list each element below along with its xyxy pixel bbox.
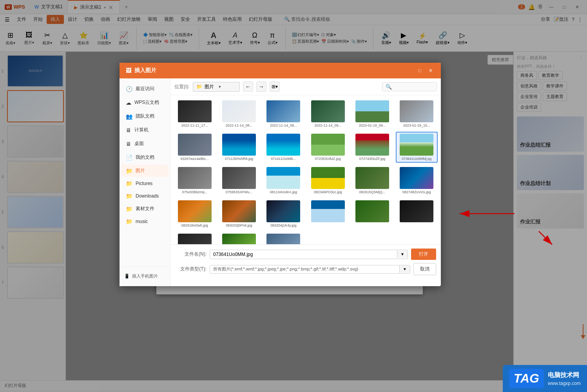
- team-icon: 👥: [126, 113, 132, 120]
- dialog-bottom: 文件名(N): ▼ 打开 文件类型(T): ▼ 取消: [170, 244, 441, 279]
- dialog-nav: 🕐 最近访问 ☁ WPS云文档 👥 团队文档 🖥 计算机 🖥 桌面: [120, 78, 170, 286]
- file-item[interactable]: 071135Hv5R8.jpg: [218, 132, 260, 163]
- file-item[interactable]: 072353UIkIZ.jpg: [307, 132, 349, 163]
- dialog-overlay: 🖼 插入图片 □ ✕ 🕐 最近访问 ☁ WPS云文档 �: [0, 0, 587, 392]
- cancel-button[interactable]: 取消: [413, 263, 436, 275]
- file-item[interactable]: 081134Vu9rA.jpg: [263, 165, 304, 196]
- insert-image-dialog: 🖼 插入图片 □ ✕ 🕐 最近访问 ☁ WPS云文档 �: [120, 63, 441, 286]
- filename-input[interactable]: [210, 250, 397, 259]
- file-item[interactable]: 082615QSMjQ...: [351, 165, 393, 196]
- file-item[interactable]: 63267ea14a9bc...: [174, 132, 216, 163]
- file-item[interactable]: [396, 198, 438, 229]
- nav-team-doc[interactable]: 👥 团队文档: [121, 110, 168, 123]
- nav-folder-pictures[interactable]: 📁 Pictures: [121, 178, 168, 189]
- dialog-titlebar: 🖼 插入图片 □ ✕: [120, 63, 441, 78]
- file-item[interactable]: [174, 232, 216, 244]
- file-item[interactable]: 2022-11-14_08...: [218, 98, 260, 129]
- filename-dropdown[interactable]: ▼: [397, 250, 408, 258]
- location-box[interactable]: 📁 图片 ▼: [193, 82, 240, 92]
- file-item[interactable]: 2023-01-19_15...: [396, 98, 438, 129]
- docs-icon: 📄: [126, 154, 132, 161]
- filename-label: 文件名(N):: [175, 251, 207, 258]
- phone-icon: 📱: [124, 274, 130, 279]
- search-box[interactable]: 🔍: [382, 82, 437, 91]
- folder-material-icon: 📁: [126, 206, 132, 212]
- dialog-right-content: 位置(I): 📁 图片 ▼ ← → ⊞▾ 🔍: [170, 78, 441, 286]
- file-item[interactable]: 082748ZuVcG.jpg: [396, 165, 438, 196]
- nav-desktop[interactable]: 🖥 桌面: [121, 137, 168, 150]
- file-item[interactable]: 083204j1K4y.jpg: [263, 198, 304, 229]
- file-item[interactable]: 082346PO3cc.jpg: [307, 165, 349, 196]
- nav-folder-pictures-active[interactable]: 📁 图片: [121, 165, 168, 177]
- folder-pictures-icon: 📁: [126, 180, 132, 187]
- nav-forward-btn[interactable]: →: [256, 82, 266, 92]
- nav-phone-insert[interactable]: 📱 插入手机图片: [120, 270, 170, 282]
- location-folder-icon: 📁: [196, 84, 202, 89]
- computer-icon: 🖥: [126, 127, 131, 133]
- nav-back-btn[interactable]: ←: [243, 82, 253, 92]
- file-item[interactable]: 2022-11-14_08...: [263, 98, 304, 129]
- file-item[interactable]: [351, 198, 393, 229]
- nav-my-docs[interactable]: 📄 我的文档: [121, 151, 168, 164]
- filetype-input[interactable]: [210, 265, 399, 273]
- folder-downloads-icon: 📁: [126, 193, 132, 199]
- svg-line-5: [539, 231, 552, 245]
- file-item[interactable]: 082918i43wh.jpg: [174, 198, 216, 229]
- tag-watermark: TAG 电脑技术网 www.tagxp.com: [503, 365, 587, 392]
- file-item[interactable]: 083033j5Pn6.jpg: [218, 198, 260, 229]
- location-label: 位置(I):: [174, 83, 190, 90]
- filetype-label: 文件类型(T):: [175, 266, 207, 272]
- nav-folder-downloads[interactable]: 📁 Downloads: [121, 190, 168, 202]
- file-item[interactable]: 075433bbzmq...: [174, 165, 216, 196]
- file-item[interactable]: [263, 232, 304, 244]
- file-item[interactable]: [218, 232, 260, 244]
- file-item[interactable]: 2022-11-14_09...: [307, 98, 349, 129]
- image-icon: 🖼: [126, 67, 131, 74]
- nav-folder-material[interactable]: 📁 素材文件: [121, 203, 168, 215]
- nav-computer[interactable]: 🖥 计算机: [121, 123, 168, 136]
- folder-music-icon: 📁: [126, 218, 132, 225]
- file-item[interactable]: 072743l3oZF.jpg: [351, 132, 393, 163]
- file-item[interactable]: 071411OztMb...: [263, 132, 304, 163]
- open-button[interactable]: 打开: [411, 249, 436, 260]
- file-item[interactable]: 2023-01-19_09...: [351, 98, 393, 129]
- file-item[interactable]: 075953SXFWu...: [218, 165, 260, 196]
- location-arrow-icon: ▼: [218, 85, 222, 89]
- file-item-selected[interactable]: 073641Uo0MMj.pg: [396, 132, 438, 163]
- dialog-title: 🖼 插入图片: [126, 67, 156, 74]
- recent-icon: 🕐: [126, 86, 132, 92]
- file-grid: 2022-11-11_17... 2022-11-14_08... 2022-1…: [170, 95, 441, 244]
- dialog-close-btn[interactable]: ✕: [427, 67, 435, 74]
- filetype-dropdown[interactable]: ▼: [399, 265, 410, 273]
- folder-active-icon: 📁: [126, 168, 132, 174]
- search-icon: 🔍: [386, 84, 392, 90]
- cloud-icon: ☁: [126, 100, 131, 106]
- file-item[interactable]: 2022-11-11_17...: [174, 98, 216, 129]
- nav-folder-music[interactable]: 📁 music: [121, 216, 168, 227]
- dialog-maximize-btn[interactable]: □: [416, 67, 424, 74]
- file-item[interactable]: [307, 198, 349, 229]
- desktop-icon: 🖥: [126, 141, 131, 147]
- nav-recent[interactable]: 🕐 最近访问: [121, 82, 168, 95]
- nav-wps-cloud[interactable]: ☁ WPS云文档: [121, 96, 168, 109]
- view-toggle-btn[interactable]: ⊞▾: [270, 82, 280, 92]
